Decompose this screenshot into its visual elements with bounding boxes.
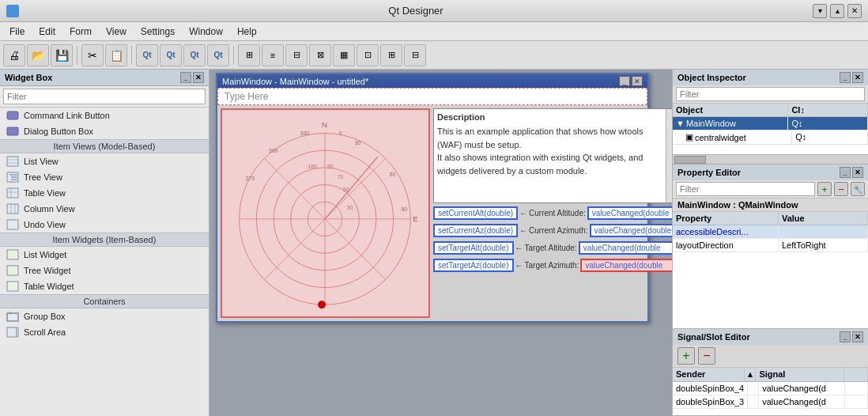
signal-value-box-2[interactable]: valueChanged(double: [590, 224, 672, 237]
pe-minimize-btn[interactable]: _: [840, 167, 851, 178]
toolbar-layout3[interactable]: ⊟: [285, 44, 308, 66]
toolbar-layout7[interactable]: ⊞: [380, 44, 402, 66]
widget-item-tree-view[interactable]: Tree View: [0, 169, 209, 185]
widget-box-filter-input[interactable]: [3, 89, 206, 104]
scroll-area-icon: [6, 326, 19, 338]
oi-h-scrollbar[interactable]: [673, 154, 868, 164]
signal-value-box-3[interactable]: valueChanged(double: [579, 241, 672, 255]
minimize-button[interactable]: ▾: [813, 4, 827, 18]
sse-row-1[interactable]: doubleSpinBox_4 valueChanged(d: [673, 382, 868, 395]
type-here-bar[interactable]: Type Here: [217, 88, 647, 105]
svg-text:0: 0: [339, 130, 342, 136]
pe-remove-btn[interactable]: −: [834, 182, 848, 196]
widget-item-list-widget[interactable]: List Widget: [0, 247, 209, 263]
widget-box-header-controls[interactable]: _ ✕: [180, 72, 204, 83]
toolbar-save[interactable]: 💾: [51, 44, 73, 66]
widget-item-label: Table Widget: [24, 282, 74, 291]
pe-cell-accessible-val[interactable]: [779, 225, 868, 238]
toolbar-layout4[interactable]: ⊠: [309, 44, 331, 66]
menu-edit[interactable]: Edit: [32, 25, 62, 39]
pe-add-btn[interactable]: +: [817, 182, 832, 196]
toolbar-layout1[interactable]: ⊞: [238, 44, 260, 66]
sse-remove-btn[interactable]: −: [698, 347, 715, 365]
object-inspector-header: Object Inspector _ ✕: [673, 70, 868, 85]
signal-label-2: Current Azimuth:: [529, 226, 587, 235]
toolbar-qt1[interactable]: Qt: [136, 44, 158, 66]
oi-row-centralwidget[interactable]: ▣ centralwidget Q↕: [673, 130, 868, 145]
description-box: Description This is an example applicati…: [433, 108, 672, 203]
signal-value-box-1[interactable]: valueChanged(double: [587, 206, 672, 220]
widget-item-group-box[interactable]: ■ Group Box: [0, 308, 209, 324]
inner-title-controls[interactable]: _ ✕: [619, 76, 643, 86]
toolbar-qt4[interactable]: Qt: [207, 44, 229, 66]
inner-window-title-text: MainWindow - MainWindow - untitled*: [222, 77, 368, 86]
svg-text:270: 270: [246, 176, 255, 181]
arrow-3: ←: [515, 244, 523, 252]
widget-box-close[interactable]: ✕: [193, 72, 204, 83]
signal-slot-box-2[interactable]: setCurrentAz(double): [433, 224, 518, 237]
signal-slot-box-4[interactable]: setTargetAz(double): [433, 259, 514, 272]
radar-widget[interactable]: N E 0 30 60 90 330 300 270 180: [221, 108, 430, 318]
oi-close-btn[interactable]: ✕: [852, 72, 863, 83]
menu-settings[interactable]: Settings: [134, 25, 181, 39]
toolbar-layout5[interactable]: ▦: [333, 44, 355, 66]
widget-box-minimize[interactable]: _: [180, 72, 191, 83]
svg-rect-23: [222, 110, 428, 316]
toolbar-cut[interactable]: ✂: [81, 44, 104, 66]
widget-item-list-view[interactable]: List View: [0, 153, 209, 169]
toolbar-layout8[interactable]: ⊟: [404, 44, 426, 66]
pe-close-btn[interactable]: ✕: [852, 167, 863, 178]
widget-item-dialog-button[interactable]: Dialog Button Box: [0, 123, 209, 139]
widget-item-command-link[interactable]: Command Link Button: [0, 108, 209, 123]
menu-window[interactable]: Window: [183, 25, 229, 39]
sse-table: Sender ▴ Signal doubleSpinBox_4 valueCha…: [673, 368, 868, 415]
sse-close-btn[interactable]: ✕: [852, 331, 863, 342]
widget-item-scroll-area[interactable]: Scroll Area: [0, 324, 209, 340]
toolbar-layout6[interactable]: ⊡: [357, 44, 379, 66]
signal-value-box-4[interactable]: valueChanged(double: [580, 259, 672, 272]
menu-form[interactable]: Form: [63, 25, 98, 39]
widget-item-column-view[interactable]: Column View: [0, 201, 209, 217]
sse-th-sort[interactable]: ▴: [745, 368, 756, 381]
toolbar-new[interactable]: 🖨: [3, 44, 25, 66]
widget-item-tree-widget[interactable]: Tree Widget: [0, 263, 209, 278]
title-bar-controls[interactable]: ▾ ▴ ✕: [813, 4, 862, 18]
pe-header-controls[interactable]: _ ✕: [840, 167, 863, 178]
pe-row-layout[interactable]: layoutDirection LeftToRight: [673, 239, 868, 252]
sse-row-2[interactable]: doubleSpinBox_3 valueChanged(d: [673, 395, 868, 409]
sse-header-controls[interactable]: _ ✕: [840, 331, 863, 342]
inner-close-btn[interactable]: ✕: [632, 76, 643, 86]
section-header-item-views: Item Views (Model-Based): [0, 139, 209, 153]
oi-header-controls[interactable]: _ ✕: [840, 72, 863, 83]
description-text: This is an example application that show…: [437, 125, 672, 177]
inner-minimize-btn[interactable]: _: [619, 76, 630, 86]
menu-view[interactable]: View: [100, 25, 133, 39]
toolbar-layout2[interactable]: ≡: [262, 44, 284, 66]
pe-settings-btn[interactable]: 🔧: [851, 182, 865, 196]
signal-slot-box-1[interactable]: setCurrentAlt(double): [433, 206, 518, 220]
toolbar-qt2[interactable]: Qt: [160, 44, 182, 66]
widget-item-table-view[interactable]: Table View: [0, 185, 209, 201]
sse-table-header: Sender ▴ Signal: [673, 368, 868, 382]
sse-minimize-btn[interactable]: _: [840, 331, 851, 342]
pe-row-accessible[interactable]: accessibleDescri...: [673, 225, 868, 239]
menu-file[interactable]: File: [3, 25, 31, 39]
description-scrollbar[interactable]: [666, 109, 672, 202]
oi-scrollbar-thumb[interactable]: [674, 156, 706, 164]
widget-box: Widget Box _ ✕ Command Link Button Dialo…: [0, 70, 209, 416]
toolbar-qt3[interactable]: Qt: [183, 44, 206, 66]
menu-help[interactable]: Help: [231, 25, 263, 39]
oi-filter-input[interactable]: [676, 87, 865, 101]
widget-item-undo-view[interactable]: Undo View: [0, 217, 209, 233]
signal-slot-box-3[interactable]: setTargetAlt(double): [433, 241, 514, 255]
toolbar-open[interactable]: 📂: [27, 44, 49, 66]
close-button[interactable]: ✕: [847, 4, 862, 18]
oi-row-mainwindow[interactable]: ▼ MainWindow Q↕: [673, 117, 868, 130]
maximize-button[interactable]: ▴: [830, 4, 844, 18]
oi-minimize-btn[interactable]: _: [840, 72, 851, 83]
pe-filter-input[interactable]: [676, 182, 815, 196]
widget-item-table-widget[interactable]: Table Widget: [0, 278, 209, 294]
toolbar-copy[interactable]: 📋: [105, 44, 127, 66]
pe-cell-layout-val[interactable]: LeftToRight: [779, 239, 868, 251]
sse-add-btn[interactable]: +: [677, 347, 695, 365]
